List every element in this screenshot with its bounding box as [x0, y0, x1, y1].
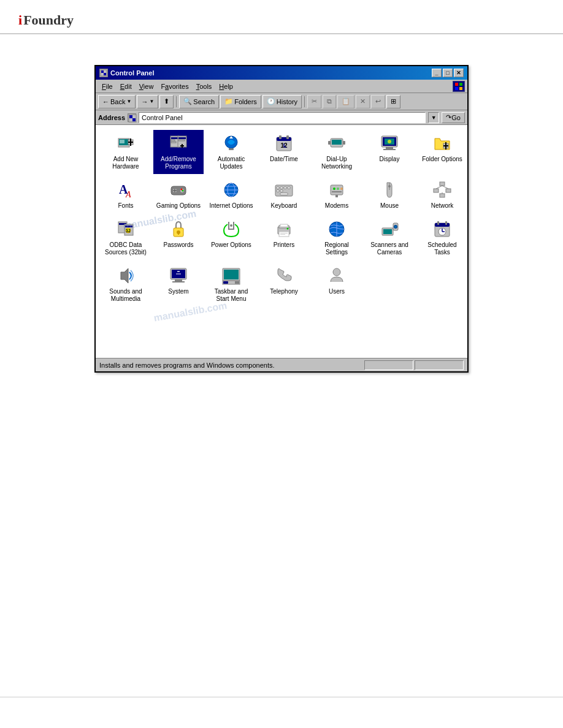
- svg-rect-112: [445, 221, 447, 225]
- icons-area: Add New HardwareAdd/Remove ProgramsAutom…: [96, 125, 467, 358]
- history-button[interactable]: 🕐 History: [262, 95, 302, 108]
- svg-rect-1: [101, 70, 104, 73]
- folders-button[interactable]: 📁 Folders: [220, 95, 261, 108]
- svg-rect-89: [125, 226, 132, 227]
- cp-icon-scanners-cameras[interactable]: Scanners and Cameras: [364, 216, 415, 260]
- modems-label: Modems: [325, 202, 348, 210]
- cp-icon-add-new-hardware[interactable]: Add New Hardware: [101, 130, 151, 174]
- menu-edit[interactable]: Edit: [117, 82, 136, 91]
- cp-icon-mouse[interactable]: Mouse: [364, 176, 415, 213]
- cp-icon-odbc-data-sources[interactable]: 32ODBC Data Sources (32bit): [101, 216, 151, 260]
- delete-button[interactable]: ✕: [356, 95, 370, 108]
- cp-icon-power-options[interactable]: Power Options: [206, 216, 256, 260]
- status-panel-1: [364, 360, 413, 370]
- minimize-button[interactable]: _: [432, 69, 442, 77]
- go-arrow-icon: ↷: [446, 113, 451, 121]
- paste-button[interactable]: 📋: [337, 95, 354, 108]
- cp-icon-display[interactable]: Display: [364, 130, 415, 174]
- back-arrow-icon: ←: [102, 98, 109, 105]
- toolbar: ← Back ▼ → ▼ ⬆ 🔍 Search 📁 Folders 🕐: [96, 93, 467, 110]
- cp-icon-dial-up-networking[interactable]: Dial-Up Networking: [312, 130, 362, 174]
- status-panel-2: [415, 360, 464, 370]
- cp-icon-scheduled-tasks[interactable]: Scheduled Tasks: [417, 216, 467, 260]
- cp-icon-system[interactable]: System: [153, 262, 204, 306]
- view-button[interactable]: ⊞: [386, 95, 400, 108]
- copy-button[interactable]: ⧉: [323, 95, 336, 108]
- back-dropdown-icon: ▼: [126, 99, 131, 104]
- menu-tools[interactable]: Tools: [193, 82, 216, 91]
- cp-icon-network[interactable]: Network: [417, 176, 467, 213]
- svg-point-74: [340, 188, 343, 190]
- cp-icon-regional-settings[interactable]: Regional Settings: [312, 216, 362, 260]
- cp-icon-fonts[interactable]: AAFonts: [101, 176, 151, 213]
- menu-bar: File Edit View Favorites Tools Help: [96, 80, 467, 93]
- svg-rect-29: [279, 135, 282, 139]
- svg-rect-4: [459, 83, 462, 86]
- address-icon: [128, 113, 136, 122]
- go-button[interactable]: ↷ Go: [442, 112, 465, 123]
- cp-icon-folder-options[interactable]: Folder Options: [417, 130, 467, 174]
- menu-favorites[interactable]: Favorites: [157, 82, 192, 91]
- menu-help[interactable]: Help: [215, 82, 237, 91]
- forward-button[interactable]: → ▼: [137, 95, 158, 108]
- cp-icon-add-remove-programs[interactable]: Add/Remove Programs: [153, 130, 204, 174]
- back-button[interactable]: ← Back ▼: [98, 95, 136, 108]
- svg-rect-8: [129, 115, 132, 118]
- history-label: History: [277, 98, 297, 105]
- svg-rect-6: [459, 87, 462, 90]
- undo-button[interactable]: ↩: [371, 95, 385, 108]
- svg-rect-3: [455, 83, 458, 86]
- keyboard-label: Keyboard: [271, 202, 297, 210]
- menu-file[interactable]: File: [98, 82, 117, 91]
- svg-point-72: [333, 188, 335, 190]
- sounds-multimedia-icon: [116, 266, 136, 286]
- title-bar: Control Panel _ □ ✕: [96, 66, 467, 80]
- maximize-button[interactable]: □: [443, 69, 453, 77]
- address-input[interactable]: Control Panel: [139, 112, 426, 123]
- search-button[interactable]: 🔍 Search: [179, 95, 219, 108]
- system-label: System: [168, 288, 188, 295]
- cp-icon-telephony[interactable]: Telephony: [259, 262, 309, 306]
- menu-view[interactable]: View: [136, 82, 158, 91]
- svg-point-45: [388, 140, 391, 143]
- page-header: i Foundry: [0, 0, 563, 34]
- fonts-label: Fonts: [118, 202, 133, 210]
- up-icon: ⬆: [164, 97, 169, 105]
- svg-rect-101: [280, 234, 285, 235]
- cp-icon-passwords[interactable]: Passwords: [153, 216, 204, 260]
- telephony-icon: [274, 266, 294, 286]
- address-dropdown[interactable]: ▼: [428, 112, 439, 123]
- cp-icon-modems[interactable]: Modems: [312, 176, 362, 213]
- add-new-hardware-label: Add New Hardware: [103, 156, 148, 170]
- svg-rect-9: [132, 118, 136, 121]
- cut-button[interactable]: ✂: [307, 95, 321, 108]
- power-options-label: Power Options: [211, 241, 251, 249]
- cp-icon-gaming-options[interactable]: Gaming Options: [153, 176, 204, 213]
- svg-rect-105: [383, 229, 392, 234]
- gaming-options-icon: [169, 180, 188, 200]
- cp-icon-taskbar-start-menu[interactable]: Taskbar and Start Menu: [206, 262, 256, 306]
- forward-dropdown-icon: ▼: [149, 99, 154, 104]
- svg-point-128: [333, 268, 340, 276]
- up-button[interactable]: ⬆: [159, 95, 174, 108]
- cp-icon-internet-options[interactable]: Internet Options: [206, 176, 256, 213]
- svg-rect-35: [332, 140, 342, 145]
- close-button[interactable]: ✕: [454, 69, 464, 77]
- cp-icon-printers[interactable]: Printers: [259, 216, 309, 260]
- cp-icon-date-time[interactable]: 12Date/Time: [259, 130, 309, 174]
- svg-rect-127: [235, 281, 239, 284]
- cp-icon-automatic-updates[interactable]: Automatic Updates: [206, 130, 256, 174]
- cp-icon-users[interactable]: Users: [312, 262, 362, 306]
- svg-point-108: [394, 226, 397, 228]
- svg-rect-70: [280, 193, 288, 195]
- cp-icon-keyboard[interactable]: Keyboard: [259, 176, 309, 213]
- sounds-multimedia-label: Sounds and Multimedia: [103, 288, 148, 303]
- svg-rect-43: [383, 149, 396, 150]
- dial-up-networking-label: Dial-Up Networking: [314, 156, 359, 170]
- cp-icon-sounds-multimedia[interactable]: Sounds and Multimedia: [101, 262, 151, 306]
- page-footer: [0, 697, 563, 710]
- automatic-updates-icon: [221, 134, 241, 153]
- search-label: Search: [193, 98, 215, 105]
- toolbar-separator-1: [176, 96, 177, 107]
- address-label: Address: [98, 114, 125, 121]
